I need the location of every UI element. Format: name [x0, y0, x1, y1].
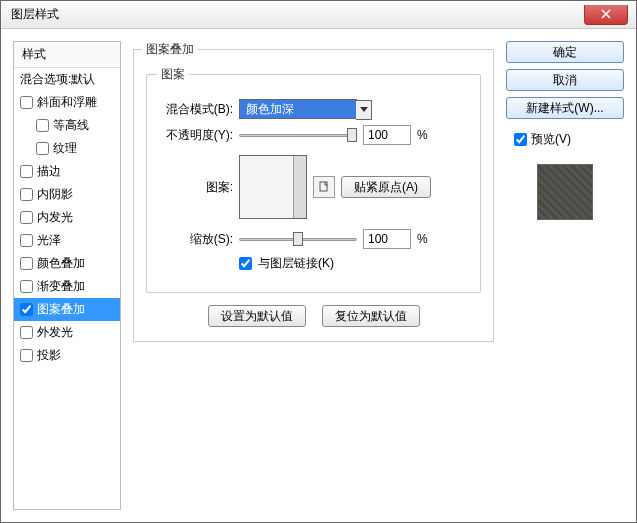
sidebar-item-3[interactable]: 纹理 [14, 137, 120, 160]
new-doc-icon [318, 181, 330, 193]
sidebar-item-5[interactable]: 内阴影 [14, 183, 120, 206]
svg-rect-0 [320, 182, 327, 191]
sidebar-item-label: 渐变叠加 [37, 278, 85, 295]
pattern-overlay-group: 图案叠加 图案 混合模式(B): 颜色加深 不透明度(Y): [133, 41, 494, 342]
sidebar-item-0[interactable]: 混合选项:默认 [14, 68, 120, 91]
main-panel: 图案叠加 图案 混合模式(B): 颜色加深 不透明度(Y): [133, 41, 494, 510]
sidebar-checkbox-12[interactable] [20, 349, 33, 362]
snap-origin-button[interactable]: 贴紧原点(A) [341, 176, 431, 198]
slider-thumb[interactable] [293, 232, 303, 246]
pattern-group: 图案 混合模式(B): 颜色加深 不透明度(Y): [146, 66, 481, 293]
titlebar: 图层样式 [1, 1, 636, 29]
link-layer-label: 与图层链接(K) [258, 255, 334, 272]
sidebar-checkbox-8[interactable] [20, 257, 33, 270]
preview-row: 预览(V) [514, 131, 624, 148]
content-area: 样式 混合选项:默认斜面和浮雕等高线纹理描边内阴影内发光光泽颜色叠加渐变叠加图案… [1, 29, 636, 522]
ok-button[interactable]: 确定 [506, 41, 624, 63]
pattern-label: 图案: [161, 179, 233, 196]
window-title: 图层样式 [11, 6, 59, 23]
close-button[interactable] [584, 5, 628, 25]
sidebar-header: 样式 [14, 42, 120, 68]
layer-style-dialog: 图层样式 样式 混合选项:默认斜面和浮雕等高线纹理描边内阴影内发光光泽颜色叠加渐… [0, 0, 637, 523]
preview-checkbox[interactable] [514, 133, 527, 146]
opacity-unit: % [417, 128, 428, 142]
sidebar-item-7[interactable]: 光泽 [14, 229, 120, 252]
sidebar-item-label: 等高线 [53, 117, 89, 134]
sidebar-item-6[interactable]: 内发光 [14, 206, 120, 229]
sidebar-checkbox-9[interactable] [20, 280, 33, 293]
scale-unit: % [417, 232, 428, 246]
right-panel: 确定 取消 新建样式(W)... 预览(V) [506, 41, 624, 510]
reset-default-button[interactable]: 复位为默认值 [322, 305, 420, 327]
sidebar-checkbox-5[interactable] [20, 188, 33, 201]
set-default-button[interactable]: 设置为默认值 [208, 305, 306, 327]
sidebar-item-2[interactable]: 等高线 [14, 114, 120, 137]
sidebar-checkbox-2[interactable] [36, 119, 49, 132]
chevron-down-icon [356, 100, 372, 120]
sidebar-item-11[interactable]: 外发光 [14, 321, 120, 344]
preview-label: 预览(V) [531, 131, 571, 148]
sidebar-item-8[interactable]: 颜色叠加 [14, 252, 120, 275]
sidebar-checkbox-4[interactable] [20, 165, 33, 178]
opacity-row: 不透明度(Y): % [161, 125, 466, 145]
blend-mode-select[interactable]: 颜色加深 [239, 99, 357, 119]
close-icon [601, 9, 611, 19]
sidebar-item-1[interactable]: 斜面和浮雕 [14, 91, 120, 114]
inner-legend: 图案 [157, 66, 189, 83]
blend-mode-label: 混合模式(B): [161, 101, 233, 118]
sidebar-item-label: 内阴影 [37, 186, 73, 203]
preview-swatch [537, 164, 593, 220]
blend-mode-row: 混合模式(B): 颜色加深 [161, 99, 466, 119]
sidebar-item-12[interactable]: 投影 [14, 344, 120, 367]
sidebar-checkbox-10[interactable] [20, 303, 33, 316]
sidebar-checkbox-3[interactable] [36, 142, 49, 155]
opacity-input[interactable] [363, 125, 411, 145]
scale-input[interactable] [363, 229, 411, 249]
styles-sidebar: 样式 混合选项:默认斜面和浮雕等高线纹理描边内阴影内发光光泽颜色叠加渐变叠加图案… [13, 41, 121, 510]
sidebar-item-label: 斜面和浮雕 [37, 94, 97, 111]
cancel-button[interactable]: 取消 [506, 69, 624, 91]
sidebar-item-label: 混合选项:默认 [20, 71, 95, 88]
sidebar-checkbox-11[interactable] [20, 326, 33, 339]
sidebar-checkbox-7[interactable] [20, 234, 33, 247]
slider-track [239, 134, 357, 137]
sidebar-item-10[interactable]: 图案叠加 [14, 298, 120, 321]
sidebar-item-label: 纹理 [53, 140, 77, 157]
opacity-slider[interactable] [239, 126, 357, 144]
pattern-picker[interactable] [239, 155, 307, 219]
sidebar-item-9[interactable]: 渐变叠加 [14, 275, 120, 298]
sidebar-item-label: 光泽 [37, 232, 61, 249]
blend-mode-value: 颜色加深 [246, 101, 294, 118]
outer-legend: 图案叠加 [142, 41, 198, 58]
sidebar-checkbox-6[interactable] [20, 211, 33, 224]
sidebar-item-label: 投影 [37, 347, 61, 364]
slider-thumb[interactable] [347, 128, 357, 142]
pattern-row: 图案: 贴紧原点(A) [161, 155, 466, 219]
scale-label: 缩放(S): [161, 231, 233, 248]
scale-slider[interactable] [239, 230, 357, 248]
sidebar-item-label: 描边 [37, 163, 61, 180]
sidebar-item-label: 外发光 [37, 324, 73, 341]
sidebar-item-label: 内发光 [37, 209, 73, 226]
link-row: 与图层链接(K) [239, 255, 466, 272]
link-layer-checkbox[interactable] [239, 257, 252, 270]
create-pattern-button[interactable] [313, 176, 335, 198]
sidebar-checkbox-1[interactable] [20, 96, 33, 109]
scale-row: 缩放(S): % [161, 229, 466, 249]
sidebar-item-label: 颜色叠加 [37, 255, 85, 272]
opacity-label: 不透明度(Y): [161, 127, 233, 144]
new-style-button[interactable]: 新建样式(W)... [506, 97, 624, 119]
defaults-row: 设置为默认值 复位为默认值 [146, 305, 481, 327]
sidebar-item-label: 图案叠加 [37, 301, 85, 318]
sidebar-item-4[interactable]: 描边 [14, 160, 120, 183]
